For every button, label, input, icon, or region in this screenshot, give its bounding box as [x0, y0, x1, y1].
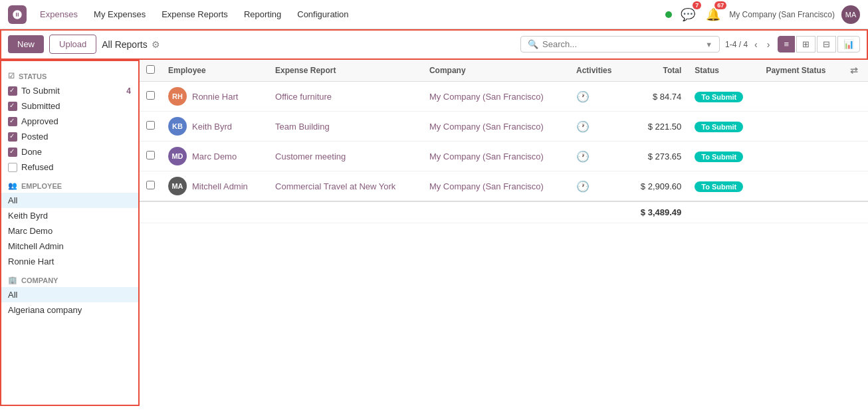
pivot-view-button[interactable]: ⊟ — [817, 36, 836, 52]
total-cell-4: $ 2,909.60 — [625, 171, 688, 202]
activity-clock-icon-1[interactable]: 🕐 — [576, 91, 590, 102]
table-row: MD Marc Demo Customer meeting My Company… — [140, 142, 868, 171]
messages-count: 7 — [693, 1, 701, 9]
status-section-title: ☑ STATUS — [0, 65, 139, 83]
settings-gear-icon[interactable]: ⚙ — [152, 39, 160, 50]
to-submit-checkbox[interactable] — [8, 86, 17, 96]
header-total: Total — [625, 60, 688, 82]
select-all-checkbox[interactable] — [146, 65, 155, 74]
employee-filter-mitchell[interactable]: Mitchell Admin — [0, 239, 139, 254]
employee-cell: MA Mitchell Admin — [162, 171, 269, 202]
search-input[interactable] — [542, 39, 705, 49]
table-row: RH Ronnie Hart Office furniture My Compa… — [140, 82, 868, 112]
search-icon: 🔍 — [528, 39, 538, 49]
company-link-3[interactable]: My Company (San Francisco) — [429, 152, 544, 161]
refused-checkbox[interactable] — [8, 163, 17, 172]
activity-clock-icon-2[interactable]: 🕐 — [576, 121, 590, 132]
graph-view-button[interactable]: 📊 — [837, 36, 860, 52]
activity-clock-icon-3[interactable]: 🕐 — [576, 151, 590, 162]
employee-cell: MD Marc Demo — [162, 142, 269, 171]
nav-expenses[interactable]: Expenses — [33, 7, 84, 22]
sidebar: ☑ STATUS To Submit 4 Submitted Approved … — [0, 60, 140, 406]
employee-filter-keith[interactable]: Keith Byrd — [0, 208, 139, 223]
status-filter-to-submit[interactable]: To Submit 4 — [0, 83, 139, 98]
app-icon[interactable] — [8, 5, 27, 24]
messages-badge[interactable]: 💬 7 — [679, 5, 697, 24]
activities-count: 67 — [714, 1, 726, 9]
total-cell-2: $ 221.50 — [625, 112, 688, 142]
submitted-checkbox[interactable] — [8, 102, 17, 111]
header-checkbox-col — [140, 60, 162, 82]
adjust-columns-icon[interactable]: ⇄ — [850, 65, 858, 76]
employee-filter-all[interactable]: All — [0, 193, 139, 208]
expense-report-link-1[interactable]: Office furniture — [275, 92, 332, 102]
company-filter-algeriana[interactable]: Algeriana company — [0, 302, 139, 318]
employee-all-label: All — [8, 195, 17, 205]
status-cell-3: To Submit — [688, 142, 759, 171]
company-link-4[interactable]: My Company (San Francisco) — [429, 181, 544, 191]
activities-cell-1: 🕐 — [570, 82, 625, 112]
activities-badge[interactable]: 🔔 67 — [704, 5, 722, 24]
approved-checkbox[interactable] — [8, 117, 17, 126]
user-avatar[interactable]: MA — [841, 5, 860, 24]
employee-section-label: EMPLOYEE — [21, 182, 62, 190]
expense-report-cell-4: Commercial Travel at New York — [269, 171, 423, 202]
pagination-next-button[interactable]: › — [764, 38, 773, 51]
done-checkbox[interactable] — [8, 148, 17, 157]
search-dropdown-button[interactable]: ▼ — [705, 41, 712, 49]
search-bar[interactable]: 🔍 ▼ — [520, 36, 720, 52]
company-filter-all[interactable]: All — [0, 287, 139, 302]
table-header-row: Employee Expense Report Company Activiti… — [140, 60, 868, 82]
nav-expense-reports[interactable]: Expense Reports — [155, 7, 235, 22]
expense-report-link-3[interactable]: Customer meeting — [275, 152, 346, 161]
employee-name-4[interactable]: Mitchell Admin — [192, 181, 248, 191]
new-button[interactable]: New — [8, 35, 44, 53]
nav-reporting[interactable]: Reporting — [237, 7, 288, 22]
expense-reports-table: Employee Expense Report Company Activiti… — [140, 60, 868, 223]
row-checkbox-4[interactable] — [146, 181, 155, 189]
employee-cell: KB Keith Byrd — [162, 112, 269, 142]
status-section-label: STATUS — [19, 72, 47, 80]
kanban-view-button[interactable]: ⊞ — [796, 36, 815, 52]
header-activities: Activities — [570, 60, 625, 82]
posted-label: Posted — [21, 132, 48, 142]
status-filter-refused[interactable]: Refused — [0, 159, 139, 175]
nav-configuration[interactable]: Configuration — [290, 7, 355, 22]
status-filter-done[interactable]: Done — [0, 144, 139, 159]
pagination-prev-button[interactable]: ‹ — [752, 38, 760, 51]
expense-report-link-4[interactable]: Commercial Travel at New York — [275, 181, 395, 191]
row-checkbox-1[interactable] — [146, 91, 155, 100]
status-filter-submitted[interactable]: Submitted — [0, 98, 139, 114]
expense-report-cell-1: Office furniture — [269, 82, 423, 112]
posted-checkbox[interactable] — [8, 132, 17, 142]
view-title-text: All Reports — [102, 39, 147, 50]
company-link-1[interactable]: My Company (San Francisco) — [429, 92, 544, 102]
status-filter-approved[interactable]: Approved — [0, 114, 139, 129]
employee-name-3[interactable]: Marc Demo — [192, 152, 237, 161]
to-submit-label: To Submit — [21, 86, 60, 96]
table-row: MA Mitchell Admin Commercial Travel at N… — [140, 171, 868, 202]
company-all-label: All — [8, 290, 17, 300]
pagination: 1-4 / 4 ‹ › — [725, 38, 772, 51]
activities-cell-4: 🕐 — [570, 171, 625, 202]
upload-button[interactable]: Upload — [49, 35, 96, 54]
status-filter-posted[interactable]: Posted — [0, 129, 139, 144]
list-view-button[interactable]: ≡ — [778, 36, 795, 52]
employee-name-2[interactable]: Keith Byrd — [192, 122, 232, 132]
submitted-label: Submitted — [21, 101, 60, 111]
company-cell-1: My Company (San Francisco) — [423, 82, 570, 112]
employee-section-title: 👥 EMPLOYEE — [0, 175, 139, 193]
employee-filter-marc[interactable]: Marc Demo — [0, 223, 139, 239]
row-checkbox-2[interactable] — [146, 121, 155, 130]
employee-avatar-1: RH — [168, 87, 187, 106]
nav-my-expenses[interactable]: My Expenses — [87, 7, 152, 22]
refused-label: Refused — [21, 162, 53, 172]
row-checkbox-3[interactable] — [146, 151, 155, 159]
row-checkbox-cell — [140, 112, 162, 142]
expense-report-link-2[interactable]: Team Building — [275, 122, 330, 132]
employee-name-1[interactable]: Ronnie Hart — [192, 92, 238, 102]
company-link-2[interactable]: My Company (San Francisco) — [429, 122, 544, 132]
activity-clock-icon-4[interactable]: 🕐 — [576, 181, 590, 192]
employee-filter-ronnie[interactable]: Ronnie Hart — [0, 254, 139, 269]
employee-keith-label: Keith Byrd — [8, 211, 48, 221]
